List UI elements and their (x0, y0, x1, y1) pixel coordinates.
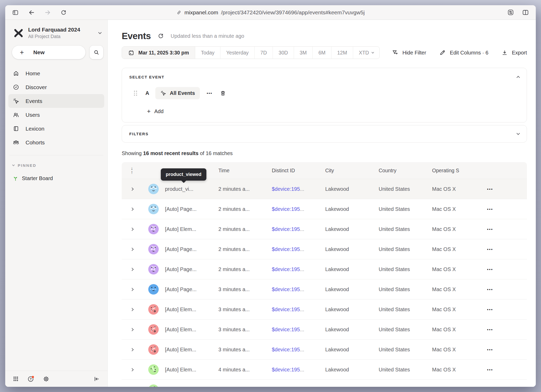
row-menu-icon[interactable]: ••• (485, 327, 527, 332)
distinct-id-link[interactable]: $device:195 (272, 327, 300, 332)
more-options-icon[interactable]: ••• (207, 91, 212, 95)
table-row[interactable]: [Auto] Page... 2 minutes a... $device:19… (122, 199, 527, 219)
column-header-city[interactable]: City (325, 168, 379, 174)
expand-row-icon[interactable] (130, 368, 134, 371)
row-menu-icon[interactable]: ••• (485, 267, 527, 272)
distinct-id-link[interactable]: $device:195 (272, 286, 300, 292)
row-menu-icon[interactable]: ••• (485, 368, 527, 372)
preset-xtd[interactable]: XTD (353, 47, 379, 59)
filters-header[interactable]: FILTERS (129, 132, 519, 136)
sidebar-item-discover[interactable]: Discover (8, 80, 104, 94)
sidebar-toggle-icon[interactable] (12, 9, 19, 16)
column-header-os[interactable]: Operating S (432, 168, 485, 174)
table-row[interactable]: [Auto] Elem... 2 minutes a... $device:19… (122, 219, 527, 239)
truncation-ellipsis: ... (300, 327, 304, 332)
table-row[interactable]: [Auto] Page... 2 minutes a... $device:19… (122, 259, 527, 279)
settings-gear-icon[interactable] (43, 376, 50, 382)
project-switcher[interactable]: Lord Farquaad 2024 All Project Data (13, 27, 101, 39)
reload-button[interactable] (60, 9, 67, 16)
column-header-country[interactable]: Country (379, 168, 432, 174)
row-menu-icon[interactable]: ••• (485, 307, 527, 312)
table-row[interactable]: [Auto] Elem... 3 minutes a... $device:19… (122, 299, 527, 319)
distinct-id-link[interactable]: $device:195 (272, 186, 300, 192)
drag-handle[interactable] (134, 91, 137, 96)
sort-order-icon[interactable]: ↓↑ (131, 167, 133, 174)
sidebar-item-lexicon[interactable]: Lexicon (8, 122, 104, 136)
expand-row-icon[interactable] (130, 248, 134, 251)
split-view-icon[interactable] (522, 9, 529, 16)
expand-row-icon[interactable] (130, 288, 134, 291)
expand-row-icon[interactable] (130, 308, 134, 311)
help-icon[interactable]: ? (27, 375, 34, 382)
distinct-id-link[interactable]: $device:195 (272, 226, 300, 232)
pinned-section-header[interactable]: PINNED (13, 163, 107, 168)
pinned-item-label: Starter Board (22, 175, 53, 181)
event-chip[interactable]: All Events (155, 87, 200, 99)
expand-row-icon[interactable] (130, 207, 134, 211)
expand-row-icon[interactable] (130, 328, 134, 331)
preset-label: 6M (318, 50, 325, 56)
collapse-sidebar-icon[interactable] (93, 376, 100, 382)
row-menu-icon[interactable]: ••• (485, 247, 527, 252)
back-button[interactable] (28, 9, 35, 16)
sidebar-item-events[interactable]: Events (8, 94, 104, 108)
expand-row-icon[interactable] (130, 268, 134, 271)
table-row[interactable]: [Auto] Elem... 4 minutes a... $device:19… (122, 359, 527, 379)
row-menu-icon[interactable]: ••• (485, 207, 527, 211)
trash-icon[interactable] (220, 90, 226, 96)
new-button[interactable]: + New (12, 46, 85, 59)
city-cell: Lakewood (325, 367, 379, 373)
preset-yesterday[interactable]: Yesterday (220, 47, 255, 59)
distinct-id-link[interactable]: $device:195 (272, 367, 300, 372)
select-event-header[interactable]: SELECT EVENT (129, 75, 519, 79)
expand-row-icon[interactable] (130, 348, 134, 351)
forward-button[interactable] (44, 9, 51, 16)
table-actions: Hide Filter Edit Columns · 6 Export (392, 49, 527, 56)
sidebar-item-home[interactable]: Home (8, 66, 104, 80)
distinct-id-link[interactable]: $device:195 (272, 246, 300, 252)
export-button[interactable]: Export (501, 50, 527, 56)
refresh-icon[interactable] (158, 33, 164, 39)
preset-30d[interactable]: 30D (273, 47, 294, 59)
table-row[interactable]: [Auto] Elem... 3 minutes a... $device:19… (122, 339, 527, 359)
row-menu-icon[interactable]: ••• (485, 287, 527, 292)
table-row[interactable]: [Auto] Elem... 4 minutes a... $device:19… (122, 379, 527, 387)
preset-3m[interactable]: 3M (294, 47, 313, 59)
sidebar-item-cohorts[interactable]: Cohorts (8, 136, 104, 149)
preset-today[interactable]: Today (195, 47, 220, 59)
time-cell: 2 minutes a... (218, 226, 272, 232)
row-menu-icon[interactable]: ••• (485, 227, 527, 231)
distinct-id-link[interactable]: $device:195 (272, 266, 300, 272)
preset-7d[interactable]: 7D (255, 47, 273, 59)
hide-filter-button[interactable]: Hide Filter (392, 49, 426, 56)
page-settings-icon[interactable] (507, 9, 514, 16)
address-bar[interactable]: mixpanel.com/project/3472420/view/397469… (176, 9, 365, 16)
column-header-distinct-id[interactable]: Distinct ID (272, 168, 325, 174)
plus-icon: + (20, 49, 24, 56)
table-row[interactable]: [Auto] Page... 2 minutes a... $device:19… (122, 239, 527, 259)
apps-grid-icon[interactable] (13, 376, 19, 382)
country-cell: United States (379, 226, 432, 232)
date-range-control: Mar 11, 2025 3:30 pm Today Yesterday 7D … (122, 46, 380, 59)
distinct-id-link[interactable]: $device:195 (272, 347, 300, 352)
expand-row-icon[interactable] (130, 187, 134, 191)
date-picker-value: Mar 11, 2025 3:30 pm (138, 50, 189, 56)
date-picker[interactable]: Mar 11, 2025 3:30 pm (122, 47, 195, 59)
sidebar-item-starter-board[interactable]: Starter Board (13, 175, 107, 181)
table-row[interactable]: [Auto] Elem... 3 minutes a... $device:19… (122, 319, 527, 339)
table-row[interactable]: [Auto] Page... 3 minutes a... $device:19… (122, 279, 527, 299)
expand-row-icon[interactable] (130, 228, 134, 231)
edit-columns-button[interactable]: Edit Columns · 6 (439, 49, 488, 56)
distinct-id-link[interactable]: $device:195 (272, 206, 300, 212)
filters-panel: FILTERS (122, 125, 527, 143)
add-event-button[interactable]: + Add (129, 108, 519, 114)
column-header-time[interactable]: Time (218, 168, 272, 174)
preset-12m[interactable]: 12M (331, 47, 353, 59)
sidebar-item-users[interactable]: Users (8, 108, 104, 122)
row-menu-icon[interactable]: ••• (485, 187, 527, 191)
search-button[interactable] (90, 46, 103, 59)
row-menu-icon[interactable]: ••• (485, 347, 527, 352)
preset-6m[interactable]: 6M (313, 47, 331, 59)
distinct-id-link[interactable]: $device:195 (272, 387, 300, 387)
distinct-id-link[interactable]: $device:195 (272, 307, 300, 312)
